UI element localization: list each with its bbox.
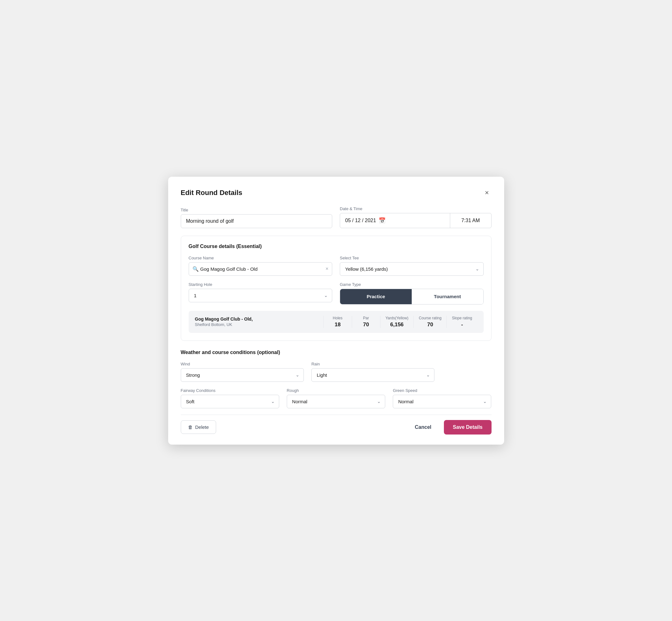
wind-label: Wind — [181, 362, 304, 366]
select-tee-dropdown[interactable]: Yellow (6,156 yards) White (6,400 yards)… — [340, 262, 484, 276]
select-tee-field-group: Select Tee Yellow (6,156 yards) White (6… — [340, 256, 484, 276]
slope-rating-value: - — [461, 322, 463, 328]
date-value: 05 / 12 / 2021 — [345, 218, 376, 223]
wind-rain-row: Wind CalmLightModerate StrongVery Strong… — [181, 362, 492, 382]
search-icon: 🔍 — [193, 266, 199, 272]
wind-field-group: Wind CalmLightModerate StrongVery Strong… — [181, 362, 304, 382]
holes-stat: Holes 18 — [323, 316, 352, 328]
game-type-toggle: Practice Tournament — [340, 289, 484, 304]
green-speed-label: Green Speed — [393, 388, 491, 393]
course-info-name-block: Gog Magog Golf Club - Old, Shelford Bott… — [195, 317, 323, 327]
yards-stat: Yards(Yellow) 6,156 — [380, 316, 414, 328]
fairway-dropdown[interactable]: SoftNormalHard — [181, 395, 279, 408]
golf-section-title: Golf Course details (Essential) — [189, 244, 484, 249]
green-speed-field-group: Green Speed SlowNormal FastVery Fast ⌄ — [393, 388, 491, 408]
practice-button[interactable]: Practice — [340, 289, 412, 304]
top-row: Title Date & Time 05 / 12 / 2021 📅 7:31 … — [181, 206, 492, 228]
save-button[interactable]: Save Details — [444, 420, 491, 434]
clear-course-icon[interactable]: × — [326, 266, 328, 272]
slope-rating-stat: Slope rating - — [447, 316, 477, 328]
edit-round-modal: Edit Round Details × Title Date & Time 0… — [168, 177, 504, 445]
title-input[interactable] — [181, 214, 333, 228]
course-name-label: Course Name — [189, 256, 333, 260]
calendar-icon: 📅 — [379, 217, 385, 224]
date-time-row: 05 / 12 / 2021 📅 7:31 AM — [340, 213, 492, 228]
course-rating-stat: Course rating 70 — [413, 316, 447, 328]
par-label: Par — [363, 316, 369, 320]
yards-label: Yards(Yellow) — [385, 316, 409, 320]
delete-button[interactable]: 🗑 Delete — [181, 420, 216, 434]
rough-label: Rough — [287, 388, 385, 393]
course-search-wrapper: 🔍 × — [189, 262, 333, 276]
close-button[interactable]: × — [482, 188, 492, 198]
datetime-label: Date & Time — [340, 206, 492, 211]
course-info-name-main: Gog Magog Golf Club - Old, — [195, 317, 323, 322]
game-type-label: Game Type — [340, 282, 484, 287]
rain-label: Rain — [311, 362, 434, 366]
starting-hole-dropdown[interactable]: 1234 5678 910 — [189, 289, 333, 302]
course-rating-label: Course rating — [419, 316, 442, 320]
title-label: Title — [181, 208, 333, 212]
time-part[interactable]: 7:31 AM — [450, 213, 491, 228]
green-speed-dropdown[interactable]: SlowNormal FastVery Fast — [393, 395, 491, 408]
course-name-field-group: Course Name 🔍 × — [189, 256, 333, 276]
rough-dropdown[interactable]: ShortNormalLong — [287, 395, 385, 408]
date-part[interactable]: 05 / 12 / 2021 📅 — [340, 213, 450, 228]
modal-footer: 🗑 Delete Cancel Save Details — [181, 415, 492, 434]
footer-right: Cancel Save Details — [410, 420, 492, 434]
cancel-button[interactable]: Cancel — [410, 421, 436, 434]
wind-wrapper: CalmLightModerate StrongVery Strong ⌄ — [181, 368, 304, 382]
golf-course-section: Golf Course details (Essential) Course N… — [181, 236, 492, 341]
starting-hole-label: Starting Hole — [189, 282, 333, 287]
course-name-input[interactable] — [189, 262, 333, 276]
fairway-rough-green-row: Fairway Conditions SoftNormalHard ⌄ Roug… — [181, 388, 492, 408]
hole-gametype-row: Starting Hole 1234 5678 910 ⌄ Game Type … — [189, 282, 484, 304]
tournament-button[interactable]: Tournament — [412, 289, 483, 304]
rain-field-group: Rain NoneLight ModerateHeavy ⌄ — [311, 362, 434, 382]
rain-dropdown[interactable]: NoneLight ModerateHeavy — [311, 368, 434, 382]
select-tee-wrapper: Yellow (6,156 yards) White (6,400 yards)… — [340, 262, 484, 276]
delete-label: Delete — [195, 424, 209, 430]
weather-section-title: Weather and course conditions (optional) — [181, 349, 492, 355]
slope-rating-label: Slope rating — [452, 316, 472, 320]
modal-title: Edit Round Details — [181, 189, 243, 197]
time-value: 7:31 AM — [461, 218, 480, 223]
starting-hole-wrapper: 1234 5678 910 ⌄ — [189, 289, 333, 302]
holes-value: 18 — [335, 322, 341, 328]
rain-wrapper: NoneLight ModerateHeavy ⌄ — [311, 368, 434, 382]
course-info-bar: Gog Magog Golf Club - Old, Shelford Bott… — [189, 311, 484, 333]
fairway-wrapper: SoftNormalHard ⌄ — [181, 395, 279, 408]
holes-label: Holes — [333, 316, 343, 320]
rough-wrapper: ShortNormalLong ⌄ — [287, 395, 385, 408]
course-rating-value: 70 — [427, 322, 433, 328]
yards-value: 6,156 — [390, 322, 404, 328]
course-info-location: Shelford Bottom, UK — [195, 322, 323, 327]
modal-header: Edit Round Details × — [181, 188, 492, 198]
starting-hole-field-group: Starting Hole 1234 5678 910 ⌄ — [189, 282, 333, 304]
select-tee-label: Select Tee — [340, 256, 484, 260]
course-tee-row: Course Name 🔍 × Select Tee Yellow (6,156… — [189, 256, 484, 276]
par-stat: Par 70 — [352, 316, 380, 328]
trash-icon: 🗑 — [188, 424, 193, 430]
rough-field-group: Rough ShortNormalLong ⌄ — [287, 388, 385, 408]
fairway-field-group: Fairway Conditions SoftNormalHard ⌄ — [181, 388, 279, 408]
par-value: 70 — [363, 322, 369, 328]
weather-section: Weather and course conditions (optional)… — [181, 349, 492, 408]
datetime-field-group: Date & Time 05 / 12 / 2021 📅 7:31 AM — [340, 206, 492, 228]
title-field-group: Title — [181, 208, 333, 228]
green-speed-wrapper: SlowNormal FastVery Fast ⌄ — [393, 395, 491, 408]
game-type-field-group: Game Type Practice Tournament — [340, 282, 484, 304]
wind-dropdown[interactable]: CalmLightModerate StrongVery Strong — [181, 368, 304, 382]
fairway-label: Fairway Conditions — [181, 388, 279, 393]
